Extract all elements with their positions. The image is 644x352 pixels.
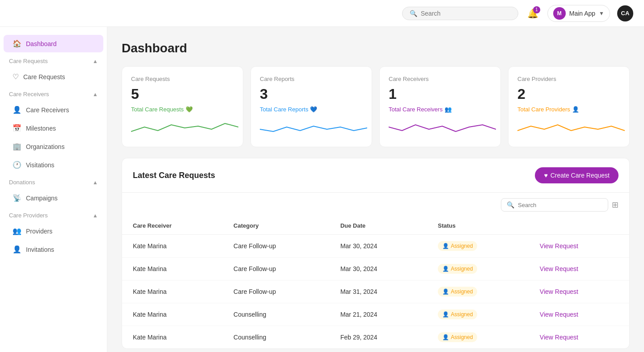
sidebar-invitations-label: Invitations	[26, 246, 54, 253]
view-request-link-1[interactable]: View Request	[540, 265, 578, 272]
table-search-input[interactable]	[518, 202, 602, 208]
chevron-up-icon-receivers: ▲	[93, 91, 98, 98]
sidebar-item-campaigns[interactable]: 📡 Campaigns	[4, 189, 103, 207]
sidebar-section-care-providers[interactable]: Care Providers ▲	[0, 208, 107, 221]
stat-link-care-reports[interactable]: Total Care Reports 💙	[260, 106, 363, 113]
create-care-request-button[interactable]: ♥ Create Care Request	[535, 167, 619, 183]
sidebar-milestones-label: Milestones	[26, 125, 56, 132]
cell-category-0: Care Follow-up	[223, 235, 330, 258]
heart-green-icon: 💚	[186, 106, 193, 113]
cell-status-2: 👤 Assigned	[427, 280, 529, 303]
cell-due-date-4: Feb 29, 2024	[330, 326, 427, 349]
view-request-link-3[interactable]: View Request	[540, 311, 578, 318]
cell-receiver-0: Kate Marina	[122, 235, 223, 258]
sidebar-campaigns-label: Campaigns	[26, 195, 58, 202]
cell-action-3: View Request	[529, 303, 629, 326]
create-btn-label: Create Care Request	[551, 172, 610, 179]
sidebar-section-care-receivers[interactable]: Care Receivers ▲	[0, 86, 107, 100]
cell-status-0: 👤 Assigned	[427, 235, 529, 258]
table-row: Kate Marina Counselling Mar 21, 2024 👤 A…	[122, 303, 629, 326]
sidebar-item-organizations[interactable]: 🏢 Organizations	[4, 138, 103, 155]
sidebar-section-care-providers-title: Care Providers	[9, 212, 48, 219]
stat-value-care-providers: 2	[517, 86, 620, 102]
cell-category-2: Care Follow-up	[223, 280, 330, 303]
search-input[interactable]	[421, 10, 511, 17]
app-selector[interactable]: M Main App ▼	[547, 5, 610, 22]
sidebar-item-care-receivers[interactable]: 👤 Care Receivers	[4, 101, 103, 119]
assigned-icon-4: 👤	[442, 334, 449, 340]
col-header-due-date: Due Date	[330, 217, 427, 235]
view-request-link-4[interactable]: View Request	[540, 334, 578, 341]
cell-action-4: View Request	[529, 326, 629, 349]
status-badge-2: 👤 Assigned	[438, 287, 477, 297]
notification-badge: 1	[533, 6, 540, 13]
person-add-orange-icon: 👤	[572, 106, 579, 113]
sidebar-item-visitations[interactable]: 🕐 Visitations	[4, 156, 103, 174]
view-request-link-0[interactable]: View Request	[540, 242, 578, 250]
col-header-receiver: Care Receiver	[122, 217, 223, 235]
view-request-link-2[interactable]: View Request	[540, 288, 578, 295]
user-avatar[interactable]: CA	[617, 5, 633, 21]
section-title: Latest Care Requests	[133, 171, 215, 180]
cell-receiver-1: Kate Marina	[122, 258, 223, 280]
assigned-icon-0: 👤	[442, 243, 449, 249]
sidebar-visitations-label: Visitations	[26, 161, 55, 169]
chevron-up-icon-providers: ▲	[93, 212, 98, 219]
sidebar-section-donations[interactable]: Donations ▲	[0, 174, 107, 188]
chart-care-receivers	[389, 118, 496, 136]
notifications-button[interactable]: 🔔 1	[525, 6, 540, 21]
cell-due-date-1: Mar 30, 2024	[330, 258, 427, 280]
sidebar-item-invitations[interactable]: 👤 Invitations	[4, 241, 103, 258]
stat-card-care-providers: Care Providers 2 Total Care Providers 👤	[508, 66, 630, 147]
page-title: Dashboard	[122, 41, 630, 55]
person-add-icon: 👤	[13, 245, 21, 254]
app-layout: 🏠 Dashboard Care Requests ▲ ♡ Care Reque…	[0, 27, 644, 352]
chart-care-providers	[517, 118, 625, 136]
chart-care-requests	[131, 118, 238, 136]
sidebar-section-care-requests[interactable]: Care Requests ▲	[0, 53, 107, 67]
stat-link-care-requests[interactable]: Total Care Requests 💚	[131, 106, 234, 113]
sidebar-item-care-requests[interactable]: ♡ Care Requests	[4, 68, 103, 85]
stat-label-care-reports: Care Reports	[260, 76, 363, 82]
assigned-icon-1: 👤	[442, 266, 449, 272]
stat-value-care-receivers: 1	[389, 86, 491, 102]
search-icon: 🔍	[410, 10, 417, 17]
stat-link-care-providers[interactable]: Total Care Providers 👤	[517, 106, 620, 113]
group-icon: 👥	[13, 227, 21, 235]
stat-link-text-care-requests: Total Care Requests	[131, 106, 184, 113]
search-bar[interactable]: 🔍	[402, 7, 518, 20]
stat-link-text-care-providers: Total Care Providers	[517, 106, 570, 113]
chevron-up-icon: ▲	[93, 58, 98, 64]
table-search-bar[interactable]: 🔍	[501, 198, 608, 212]
heart-icon: ♡	[13, 72, 19, 81]
stat-label-care-requests: Care Requests	[131, 76, 234, 82]
stat-card-care-reports: Care Reports 3 Total Care Reports 💙	[250, 66, 372, 147]
sidebar-item-milestones[interactable]: 📅 Milestones	[4, 119, 103, 137]
cell-receiver-4: Kate Marina	[122, 326, 223, 349]
person-icon: 👤	[13, 106, 21, 114]
sidebar: 🏠 Dashboard Care Requests ▲ ♡ Care Reque…	[0, 27, 107, 352]
calendar-icon: 📅	[13, 124, 21, 132]
cell-status-3: 👤 Assigned	[427, 303, 529, 326]
group-purple-icon: 👥	[445, 106, 452, 113]
stat-card-care-requests: Care Requests 5 Total Care Requests 💚	[122, 66, 243, 147]
status-badge-0: 👤 Assigned	[438, 241, 477, 251]
app-avatar: M	[553, 7, 566, 20]
stat-link-care-receivers[interactable]: Total Care Receivers 👥	[389, 106, 491, 113]
topnav: 🔍 🔔 1 M Main App ▼ CA	[0, 0, 644, 27]
care-requests-table: Care Receiver Category Due Date Status K…	[122, 217, 629, 348]
cell-due-date-2: Mar 31, 2024	[330, 280, 427, 303]
col-header-status: Status	[427, 217, 529, 235]
table-search-icon: 🔍	[507, 201, 514, 208]
sidebar-section-care-requests-title: Care Requests	[9, 58, 48, 64]
grid-view-icon[interactable]: ⊞	[612, 200, 619, 210]
sidebar-care-requests-label: Care Requests	[23, 73, 65, 81]
cell-status-4: 👤 Assigned	[427, 326, 529, 349]
clock-icon: 🕐	[13, 161, 21, 169]
sidebar-item-dashboard[interactable]: 🏠 Dashboard	[4, 35, 103, 52]
sidebar-section-donations-title: Donations	[9, 179, 35, 186]
sidebar-section-care-receivers-title: Care Receivers	[9, 91, 49, 98]
cell-category-1: Care Follow-up	[223, 258, 330, 280]
sidebar-providers-label: Providers	[26, 228, 52, 235]
sidebar-item-providers[interactable]: 👥 Providers	[4, 222, 103, 240]
